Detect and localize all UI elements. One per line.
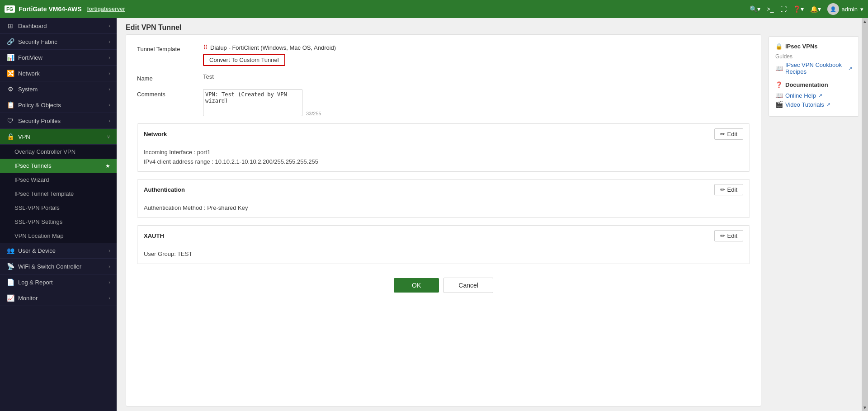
tunnel-template-row: Tunnel Template ⠿ Dialup - FortiClient (… <box>137 44 750 66</box>
sidebar-item-system[interactable]: ⚙ System › <box>0 81 117 97</box>
sidebar-item-ipsec-tunnel-template[interactable]: IPsec Tunnel Template <box>0 187 117 201</box>
dashboard-icon: ⊞ <box>6 22 14 29</box>
ipsec-tunnels-label: IPsec Tunnels <box>14 162 52 169</box>
chevron-right-icon: › <box>108 279 110 285</box>
sidebar-item-wifi-switch[interactable]: 📡 WiFi & Switch Controller › <box>0 259 117 274</box>
sidebar-item-overlay-controller[interactable]: Overlay Controller VPN <box>0 145 117 159</box>
template-value-display: ⠿ Dialup - FortiClient (Windows, Mac OS,… <box>203 44 750 51</box>
network-section-header: Network ✏ Edit <box>137 124 750 144</box>
sidebar-label-security-fabric: Security Fabric <box>18 38 57 45</box>
sidebar-label-monitor: Monitor <box>18 295 38 302</box>
user-menu[interactable]: 👤 admin ▾ <box>827 3 863 15</box>
documentation-title: ❓ Documentation <box>775 81 852 88</box>
sidebar-item-security-profiles[interactable]: 🛡 Security Profiles › <box>0 113 117 129</box>
admin-chevron-icon: ▾ <box>860 6 863 13</box>
auth-method: Authentication Method : Pre-shared Key <box>144 204 743 211</box>
bell-icon[interactable]: 🔔▾ <box>810 5 821 13</box>
chevron-right-icon: › <box>108 55 110 60</box>
scroll-down-arrow[interactable]: ▼ <box>862 404 868 411</box>
ipv4-range: IPv4 client address range : 10.10.2.1-10… <box>144 158 743 165</box>
sidebar-label-log-report: Log & Report <box>18 279 53 286</box>
brand: FG FortiGate VM64-AWS fortigateserver <box>5 5 125 13</box>
comments-label: Comments <box>137 89 196 98</box>
comments-textarea[interactable] <box>203 89 302 116</box>
cookbook-link[interactable]: 📖 IPsec VPN Cookbook Recipes ↗ <box>775 61 852 75</box>
chevron-right-icon: › <box>108 118 110 123</box>
sidebar-item-security-fabric[interactable]: 🔗 Security Fabric › <box>0 34 117 50</box>
template-grid-icon: ⠿ <box>203 44 208 51</box>
search-icon[interactable]: 🔍▾ <box>750 5 760 13</box>
sidebar-item-ipsec-wizard[interactable]: IPsec Wizard <box>0 173 117 187</box>
auth-section-card: Authentication ✏ Edit Authentication Met… <box>137 179 750 218</box>
sidebar-item-ipsec-tunnels[interactable]: IPsec Tunnels ★ <box>0 159 117 173</box>
scroll-up-arrow[interactable]: ▲ <box>862 18 868 25</box>
sidebar-item-network[interactable]: 🔀 Network › <box>0 66 117 81</box>
docs-label: Documentation <box>785 81 828 88</box>
name-label: Name <box>137 73 196 82</box>
network-icon: 🔀 <box>6 70 14 77</box>
brand-name: FortiGate VM64-AWS <box>19 5 81 13</box>
sidebar-item-monitor[interactable]: 📈 Monitor › <box>0 290 117 306</box>
sidebar-item-fortiview[interactable]: 📊 FortiView › <box>0 50 117 66</box>
chevron-right-icon: › <box>108 248 110 253</box>
sidebar-item-policy-objects[interactable]: 📋 Policy & Objects › <box>0 97 117 113</box>
content-body: Tunnel Template ⠿ Dialup - FortiClient (… <box>117 34 868 411</box>
cancel-button[interactable]: Cancel <box>443 278 493 293</box>
network-edit-button[interactable]: ✏ Edit <box>714 128 743 140</box>
sidebar-label-wifi: WiFi & Switch Controller <box>18 263 81 270</box>
auth-section-title: Authentication <box>144 186 185 193</box>
book-icon: 📖 <box>775 65 783 72</box>
right-panel-title: 🔒 IPsec VPNs <box>775 43 852 50</box>
top-nav-icons: 🔍▾ >_ ⛶ ❓▾ 🔔▾ 👤 admin ▾ <box>750 3 863 15</box>
sidebar-item-user-device[interactable]: 👥 User & Device › <box>0 243 117 259</box>
user-device-icon: 👥 <box>6 247 14 254</box>
comments-row: Comments 33/255 <box>137 89 750 116</box>
log-report-icon: 📄 <box>6 279 14 286</box>
scrollbar[interactable]: ▲ ▼ <box>862 18 868 411</box>
chevron-right-icon: › <box>108 86 110 92</box>
network-section-card: Network ✏ Edit Incoming Interface : port… <box>137 123 750 172</box>
chevron-right-icon: › <box>108 295 110 301</box>
server-name[interactable]: fortigateserver <box>87 6 125 12</box>
pencil-icon: ✏ <box>720 131 725 137</box>
sidebar-label-security-profiles: Security Profiles <box>18 118 61 124</box>
sidebar-item-ssl-vpn-portals[interactable]: SSL-VPN Portals <box>0 201 117 215</box>
expand-icon[interactable]: ⛶ <box>780 5 787 13</box>
online-help-link[interactable]: 📖 Online Help ↗ <box>775 92 852 99</box>
sidebar-item-vpn[interactable]: 🔒 VPN ∨ <box>0 129 117 145</box>
ssl-vpn-settings-label: SSL-VPN Settings <box>14 218 62 225</box>
top-nav: FG FortiGate VM64-AWS fortigateserver 🔍▾… <box>0 0 868 18</box>
sidebar-label-user-device: User & Device <box>18 247 56 254</box>
xauth-edit-button[interactable]: ✏ Edit <box>714 230 743 241</box>
convert-to-custom-tunnel-button[interactable]: Convert To Custom Tunnel <box>203 54 285 66</box>
name-controls: Test <box>203 73 750 80</box>
policy-icon: 📋 <box>6 101 14 109</box>
external-link-icon: ↗ <box>818 93 822 99</box>
auth-edit-button[interactable]: ✏ Edit <box>714 184 743 195</box>
sidebar-label-vpn: VPN <box>18 133 30 140</box>
sidebar-item-log-report[interactable]: 📄 Log & Report › <box>0 274 117 290</box>
external-link-icon: ↗ <box>826 102 830 108</box>
guides-label: Guides <box>775 53 852 60</box>
incoming-interface: Incoming Interface : port1 <box>144 149 743 156</box>
xauth-section-card: XAUTH ✏ Edit User Group: TEST <box>137 225 750 264</box>
ok-button[interactable]: OK <box>394 278 439 293</box>
sidebar-item-dashboard[interactable]: ⊞ Dashboard › <box>0 18 117 34</box>
sidebar-item-vpn-location-map[interactable]: VPN Location Map <box>0 229 117 243</box>
vpn-icon: 🔒 <box>6 133 14 140</box>
sidebar-item-ssl-vpn-settings[interactable]: SSL-VPN Settings <box>0 215 117 229</box>
help-icon[interactable]: ❓▾ <box>793 5 804 13</box>
external-link-icon: ↗ <box>848 66 852 71</box>
star-icon[interactable]: ★ <box>105 163 110 169</box>
char-count: 33/255 <box>306 111 321 116</box>
video-tutorials-link[interactable]: 🎬 Video Tutorials ↗ <box>775 101 852 108</box>
wifi-icon: 📡 <box>6 263 14 270</box>
logo: FG <box>5 5 15 13</box>
chevron-right-icon: › <box>108 39 110 44</box>
video-icon: 🎬 <box>775 101 783 108</box>
name-value: Test <box>203 73 750 80</box>
sidebar-label-dashboard: Dashboard <box>18 23 47 29</box>
terminal-icon[interactable]: >_ <box>767 5 774 13</box>
auth-section-body: Authentication Method : Pre-shared Key <box>137 200 750 217</box>
chevron-right-icon: › <box>108 264 110 269</box>
